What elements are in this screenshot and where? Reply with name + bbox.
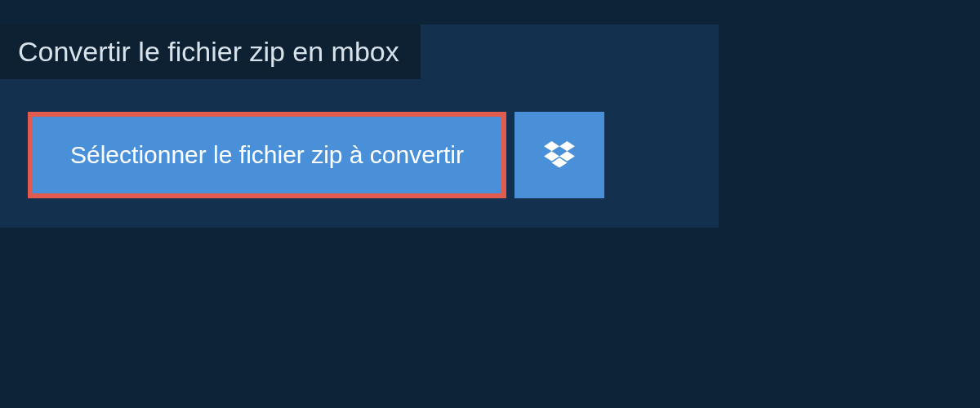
converter-panel: Convertir le fichier zip en mbox Sélecti… (0, 24, 719, 228)
dropbox-button[interactable] (514, 112, 604, 198)
button-row: Sélectionner le fichier zip à convertir (28, 112, 719, 198)
select-file-label: Sélectionner le fichier zip à convertir (70, 141, 464, 169)
page-title: Convertir le fichier zip en mbox (18, 36, 399, 68)
dropbox-icon (544, 141, 575, 169)
select-file-button[interactable]: Sélectionner le fichier zip à convertir (28, 112, 506, 198)
panel-header: Convertir le fichier zip en mbox (0, 24, 421, 79)
